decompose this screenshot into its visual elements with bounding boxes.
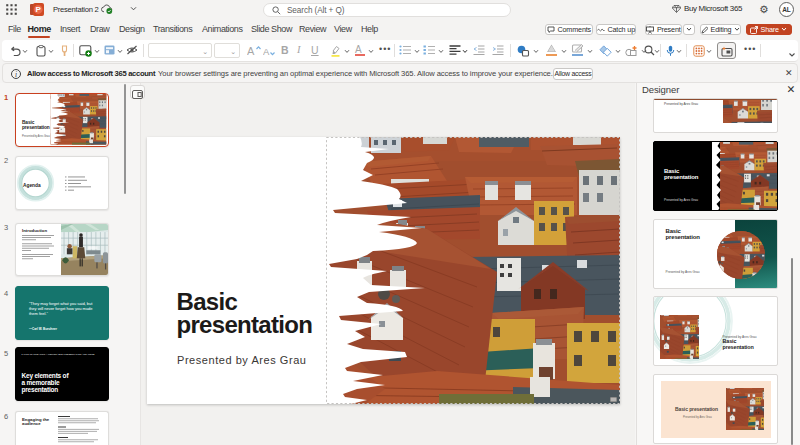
svg-text:A: A	[247, 45, 255, 57]
svg-text:A: A	[263, 46, 270, 57]
svg-text:P: P	[36, 5, 42, 14]
